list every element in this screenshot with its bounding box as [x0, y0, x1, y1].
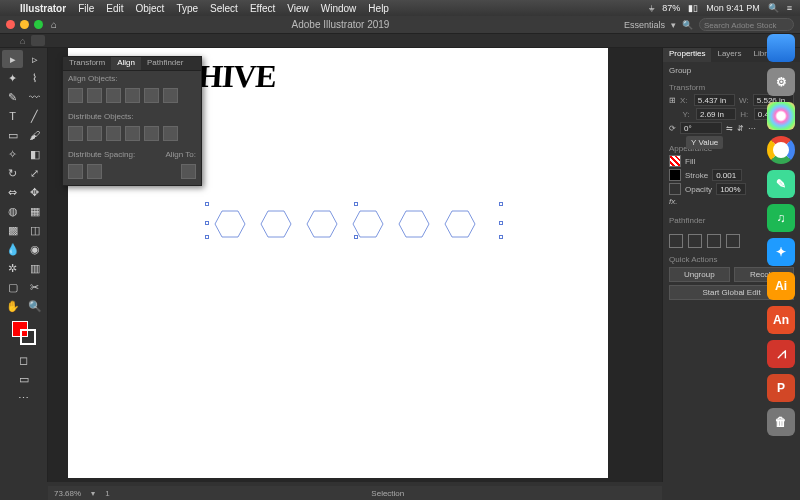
align-to-dropdown[interactable]: [181, 164, 196, 179]
more-options-icon[interactable]: ⋯: [748, 124, 756, 133]
canvas-text[interactable]: HIVE: [197, 58, 277, 95]
opacity-input[interactable]: 100%: [716, 183, 746, 195]
line-tool[interactable]: ╱: [24, 107, 45, 125]
dock-chrome-icon[interactable]: [767, 136, 795, 164]
chevron-down-icon[interactable]: ▾: [91, 489, 95, 498]
search-icon[interactable]: 🔍: [682, 20, 693, 30]
gradient-tool[interactable]: ◫: [24, 221, 45, 239]
tab-layers[interactable]: Layers: [711, 48, 747, 62]
align-vcenter-icon[interactable]: [144, 88, 159, 103]
dist-right-icon[interactable]: [163, 126, 178, 141]
window-zoom-button[interactable]: [34, 20, 43, 29]
artboard-nav[interactable]: 1: [105, 489, 109, 498]
dist-hcenter-icon[interactable]: [144, 126, 159, 141]
dist-left-icon[interactable]: [125, 126, 140, 141]
menu-view[interactable]: View: [287, 3, 309, 14]
hexagon-group[interactable]: [214, 209, 476, 239]
rotate-tool[interactable]: ↻: [2, 164, 23, 182]
dock-notes-icon[interactable]: ✎: [767, 170, 795, 198]
menu-type[interactable]: Type: [176, 3, 198, 14]
align-right-icon[interactable]: [106, 88, 121, 103]
blend-tool[interactable]: ◉: [24, 240, 45, 258]
hexagon-shape[interactable]: [306, 209, 338, 239]
dock-trash-icon[interactable]: 🗑: [767, 408, 795, 436]
x-input[interactable]: 5.437 in: [694, 94, 735, 106]
pathfinder-exclude-icon[interactable]: [726, 234, 740, 248]
eyedropper-tool[interactable]: 💧: [2, 240, 23, 258]
menu-extra-icon[interactable]: ≡: [787, 3, 792, 13]
hexagon-shape[interactable]: [352, 209, 384, 239]
pathfinder-intersect-icon[interactable]: [707, 234, 721, 248]
hexagon-shape[interactable]: [260, 209, 292, 239]
drawing-mode-normal[interactable]: ◻: [13, 351, 34, 369]
panel-tab-transform[interactable]: Transform: [63, 57, 111, 70]
window-minimize-button[interactable]: [20, 20, 29, 29]
free-transform-tool[interactable]: ✥: [24, 183, 45, 201]
menubar-app[interactable]: Illustrator: [20, 3, 66, 14]
menu-select[interactable]: Select: [210, 3, 238, 14]
edit-toolbar-button[interactable]: ⋯: [13, 389, 34, 407]
type-tool[interactable]: T: [2, 107, 23, 125]
slice-tool[interactable]: ✂: [24, 278, 45, 296]
align-bottom-icon[interactable]: [163, 88, 178, 103]
rotate-input[interactable]: 0°: [680, 122, 722, 134]
dist-vcenter-icon[interactable]: [87, 126, 102, 141]
dock-acrobat-icon[interactable]: ⩘: [767, 340, 795, 368]
column-graph-tool[interactable]: ▥: [24, 259, 45, 277]
chevron-down-icon[interactable]: ▾: [671, 20, 676, 30]
rectangle-tool[interactable]: ▭: [2, 126, 23, 144]
menu-object[interactable]: Object: [135, 3, 164, 14]
tab-home-icon[interactable]: ⌂: [20, 36, 25, 46]
fill-stroke-swatch[interactable]: [12, 321, 36, 345]
hexagon-shape[interactable]: [398, 209, 430, 239]
opacity-swatch-button[interactable]: [669, 183, 681, 195]
dock-spotify-icon[interactable]: ♫: [767, 204, 795, 232]
hand-tool[interactable]: ✋: [2, 297, 23, 315]
dock-illustrator-icon[interactable]: Ai: [767, 272, 795, 300]
dock-powerpoint-icon[interactable]: P: [767, 374, 795, 402]
menu-edit[interactable]: Edit: [106, 3, 123, 14]
dist-hspace-icon[interactable]: [87, 164, 102, 179]
flip-v-icon[interactable]: ⇵: [737, 124, 744, 133]
menu-window[interactable]: Window: [321, 3, 357, 14]
selection-tool[interactable]: ▸: [2, 50, 23, 68]
pen-tool[interactable]: ✎: [2, 88, 23, 106]
pathfinder-minus-icon[interactable]: [688, 234, 702, 248]
dock-photos-icon[interactable]: [767, 102, 795, 130]
artboard-tool[interactable]: ▢: [2, 278, 23, 296]
dock-finder-icon[interactable]: [767, 34, 795, 62]
dist-vspace-icon[interactable]: [68, 164, 83, 179]
ungroup-button[interactable]: Ungroup: [669, 267, 730, 282]
stroke-swatch[interactable]: [20, 329, 36, 345]
spotlight-icon[interactable]: 🔍: [768, 3, 779, 13]
align-hcenter-icon[interactable]: [87, 88, 102, 103]
menu-effect[interactable]: Effect: [250, 3, 275, 14]
paintbrush-tool[interactable]: 🖌: [24, 126, 45, 144]
perspective-tool[interactable]: ▦: [24, 202, 45, 220]
dock-settings-icon[interactable]: ⚙: [767, 68, 795, 96]
y-input[interactable]: 2.69 in: [696, 108, 736, 120]
shape-builder-tool[interactable]: ◍: [2, 202, 23, 220]
dist-top-icon[interactable]: [68, 126, 83, 141]
align-top-icon[interactable]: [125, 88, 140, 103]
menu-help[interactable]: Help: [368, 3, 389, 14]
window-close-button[interactable]: [6, 20, 15, 29]
menubar-time[interactable]: Mon 9:41 PM: [706, 3, 760, 13]
fx-label[interactable]: fx.: [669, 197, 677, 206]
reference-point-icon[interactable]: ⊞: [669, 96, 676, 105]
screen-mode-button[interactable]: ▭: [13, 370, 34, 388]
fill-swatch-button[interactable]: [669, 155, 681, 167]
flip-h-icon[interactable]: ⇋: [726, 124, 733, 133]
shaper-tool[interactable]: ✧: [2, 145, 23, 163]
scale-tool[interactable]: ⤢: [24, 164, 45, 182]
lasso-tool[interactable]: ⌇: [24, 69, 45, 87]
dock-safari-icon[interactable]: ✦: [767, 238, 795, 266]
stroke-swatch-button[interactable]: [669, 169, 681, 181]
align-panel[interactable]: Transform Align Pathfinder Align Objects…: [62, 56, 202, 186]
align-left-icon[interactable]: [68, 88, 83, 103]
hexagon-shape[interactable]: [444, 209, 476, 239]
mesh-tool[interactable]: ▩: [2, 221, 23, 239]
hexagon-shape[interactable]: [214, 209, 246, 239]
panel-tab-align[interactable]: Align: [111, 57, 141, 70]
tab-properties[interactable]: Properties: [663, 48, 711, 62]
